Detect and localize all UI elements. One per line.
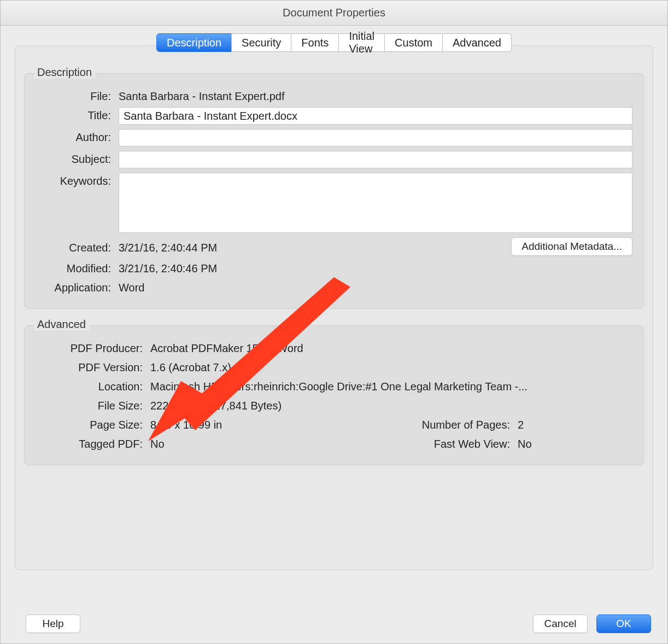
modified-value: 3/21/16, 2:40:46 PM — [119, 260, 632, 275]
ok-button[interactable]: OK — [596, 614, 651, 633]
tab-fonts[interactable]: Fonts — [291, 33, 339, 52]
row-file: File: Santa Barbara - Instant Expert.pdf — [36, 88, 632, 103]
location-value: Macintosh HD:Users:rheinrich:Google Driv… — [150, 378, 632, 393]
num-pages-value: 2 — [518, 417, 632, 431]
tab-label: Description — [167, 37, 221, 49]
fast-web-view-label: Fast Web View: — [395, 436, 510, 450]
dialog-footer: Help Cancel OK — [1, 604, 667, 643]
title-input[interactable] — [119, 107, 632, 125]
tab-custom[interactable]: Custom — [384, 33, 443, 52]
tab-security[interactable]: Security — [231, 33, 291, 52]
row-author: Author: — [36, 129, 632, 147]
advanced-group-label: Advanced — [34, 318, 89, 331]
row-pdf-version: PDF Version: 1.6 (Acrobat 7.x) — [36, 359, 632, 374]
cancel-button[interactable]: Cancel — [533, 614, 588, 633]
row-modified: Modified: 3/21/16, 2:40:46 PM — [36, 260, 632, 275]
created-value: 3/21/16, 2:40:44 PM — [119, 239, 503, 254]
tab-label: Advanced — [453, 37, 501, 49]
fast-web-view-value: No — [518, 436, 632, 450]
pdf-producer-value: Acrobat PDFMaker 15 for Word — [150, 340, 632, 355]
row-subject: Subject: — [36, 151, 632, 168]
row-title: Title: — [36, 107, 632, 125]
additional-metadata-label: Additional Metadata... — [521, 241, 622, 253]
row-pdf-producer: PDF Producer: Acrobat PDFMaker 15 for Wo… — [36, 340, 632, 355]
num-pages-label: Number of Pages: — [395, 417, 510, 431]
dialog-body: Description Security Fonts Initial View … — [1, 26, 667, 604]
help-button[interactable]: Help — [26, 614, 80, 633]
additional-metadata-button[interactable]: Additional Metadata... — [511, 237, 632, 256]
row-file-size: File Size: 222.50 KB (227,841 Bytes) — [36, 397, 632, 412]
tab-label: Security — [242, 37, 281, 49]
tab-label: Initial View — [349, 30, 374, 55]
row-page-size-pages: Page Size: 8.50 x 10.99 in Number of Pag… — [36, 417, 632, 431]
content-panel: Description File: Santa Barbara - Instan… — [15, 45, 653, 570]
description-group-label: Description — [34, 66, 95, 79]
dialog-window: Document Properties Description Security… — [0, 0, 668, 644]
pdf-version-label: PDF Version: — [36, 359, 143, 374]
tab-advanced[interactable]: Advanced — [442, 33, 512, 52]
application-label: Application: — [36, 279, 111, 294]
file-size-value: 222.50 KB (227,841 Bytes) — [150, 397, 632, 412]
row-keywords: Keywords: — [36, 173, 632, 233]
file-size-label: File Size: — [36, 397, 143, 412]
tagged-pdf-label: Tagged PDF: — [36, 436, 143, 450]
title-label: Title: — [36, 107, 111, 122]
created-label: Created: — [36, 239, 111, 254]
file-value: Santa Barbara - Instant Expert.pdf — [119, 88, 632, 103]
dialog-title: Document Properties — [283, 7, 385, 19]
tab-description[interactable]: Description — [156, 33, 232, 52]
description-group: Description File: Santa Barbara - Instan… — [24, 73, 644, 309]
keywords-input[interactable] — [119, 173, 632, 233]
tab-bar: Description Security Fonts Initial View … — [156, 33, 512, 52]
author-label: Author: — [36, 129, 111, 144]
row-created: Created: 3/21/16, 2:40:44 PM Additional … — [36, 237, 632, 256]
author-input[interactable] — [119, 129, 632, 147]
cancel-label: Cancel — [544, 618, 576, 630]
row-tagged-fastweb: Tagged PDF: No Fast Web View: No — [36, 436, 632, 450]
row-location: Location: Macintosh HD:Users:rheinrich:G… — [36, 378, 632, 393]
advanced-group: Advanced PDF Producer: Acrobat PDFMaker … — [24, 325, 644, 465]
tab-initial-view[interactable]: Initial View — [338, 33, 385, 52]
tagged-pdf-value: No — [150, 436, 388, 450]
help-label: Help — [42, 618, 63, 630]
tab-label: Custom — [395, 37, 432, 49]
file-label: File: — [36, 88, 111, 103]
page-size-value: 8.50 x 10.99 in — [150, 417, 388, 431]
subject-label: Subject: — [36, 151, 111, 166]
row-application: Application: Word — [36, 279, 632, 294]
location-label: Location: — [36, 378, 143, 393]
pdf-producer-label: PDF Producer: — [36, 340, 143, 355]
titlebar: Document Properties — [1, 1, 667, 26]
description-group-box: File: Santa Barbara - Instant Expert.pdf… — [24, 73, 644, 309]
ok-label: OK — [616, 618, 631, 630]
pdf-version-value: 1.6 (Acrobat 7.x) — [150, 359, 632, 374]
page-size-label: Page Size: — [36, 417, 143, 431]
advanced-group-box: PDF Producer: Acrobat PDFMaker 15 for Wo… — [24, 325, 644, 465]
keywords-label: Keywords: — [36, 173, 111, 188]
subject-input[interactable] — [119, 151, 632, 168]
application-value: Word — [119, 279, 632, 294]
tab-label: Fonts — [301, 37, 329, 49]
modified-label: Modified: — [36, 260, 111, 275]
